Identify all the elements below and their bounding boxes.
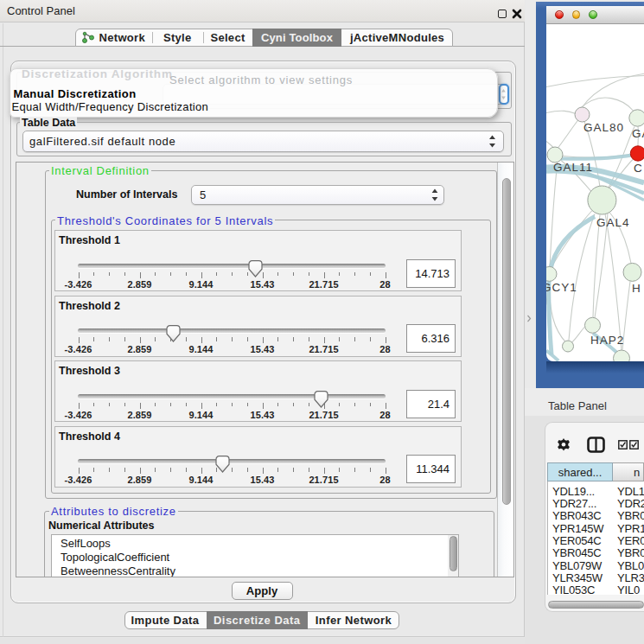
svg-text:GAL4: GAL4	[596, 216, 630, 229]
svg-text:H: H	[632, 282, 641, 295]
svg-text:GAL80: GAL80	[583, 121, 624, 134]
svg-text:HAP2: HAP2	[590, 333, 624, 346]
svg-text:GCY1: GCY1	[546, 280, 577, 293]
svg-text:GA: GA	[632, 127, 644, 140]
svg-text:GAL11: GAL11	[553, 160, 593, 173]
svg-text:C: C	[634, 162, 643, 175]
